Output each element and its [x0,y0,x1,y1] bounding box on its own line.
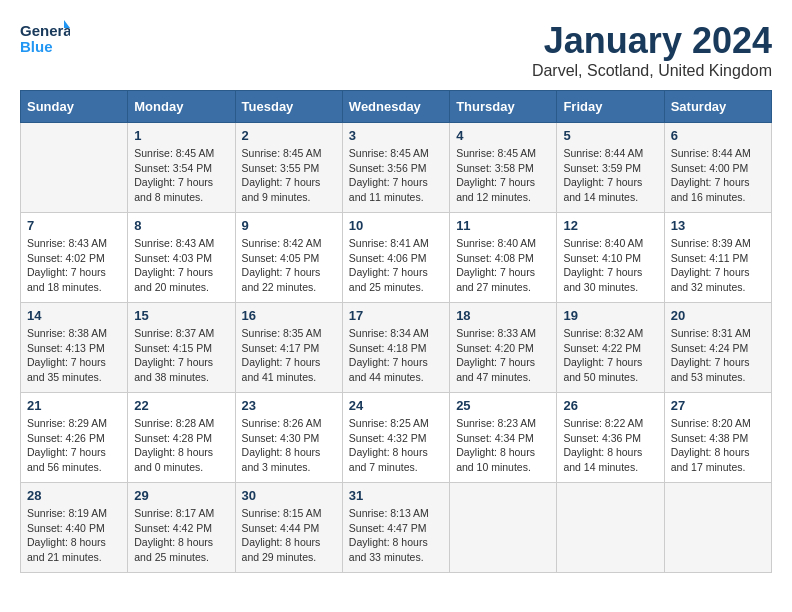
day-info: Sunrise: 8:37 AMSunset: 4:15 PMDaylight:… [134,326,228,385]
calendar-cell: 11Sunrise: 8:40 AMSunset: 4:08 PMDayligh… [450,213,557,303]
day-number: 16 [242,308,336,323]
day-info: Sunrise: 8:25 AMSunset: 4:32 PMDaylight:… [349,416,443,475]
location-title: Darvel, Scotland, United Kingdom [532,62,772,80]
header-day-friday: Friday [557,91,664,123]
calendar-cell: 10Sunrise: 8:41 AMSunset: 4:06 PMDayligh… [342,213,449,303]
header-day-thursday: Thursday [450,91,557,123]
day-number: 21 [27,398,121,413]
day-number: 31 [349,488,443,503]
title-area: January 2024 Darvel, Scotland, United Ki… [532,20,772,80]
calendar-table: SundayMondayTuesdayWednesdayThursdayFrid… [20,90,772,573]
day-number: 3 [349,128,443,143]
day-number: 15 [134,308,228,323]
calendar-cell: 1Sunrise: 8:45 AMSunset: 3:54 PMDaylight… [128,123,235,213]
month-title: January 2024 [532,20,772,62]
day-info: Sunrise: 8:38 AMSunset: 4:13 PMDaylight:… [27,326,121,385]
day-info: Sunrise: 8:17 AMSunset: 4:42 PMDaylight:… [134,506,228,565]
calendar-cell: 21Sunrise: 8:29 AMSunset: 4:26 PMDayligh… [21,393,128,483]
day-number: 17 [349,308,443,323]
day-info: Sunrise: 8:33 AMSunset: 4:20 PMDaylight:… [456,326,550,385]
day-info: Sunrise: 8:32 AMSunset: 4:22 PMDaylight:… [563,326,657,385]
calendar-cell: 13Sunrise: 8:39 AMSunset: 4:11 PMDayligh… [664,213,771,303]
calendar-cell: 17Sunrise: 8:34 AMSunset: 4:18 PMDayligh… [342,303,449,393]
day-info: Sunrise: 8:22 AMSunset: 4:36 PMDaylight:… [563,416,657,475]
day-number: 6 [671,128,765,143]
calendar-week-1: 1Sunrise: 8:45 AMSunset: 3:54 PMDaylight… [21,123,772,213]
calendar-cell: 19Sunrise: 8:32 AMSunset: 4:22 PMDayligh… [557,303,664,393]
header-day-monday: Monday [128,91,235,123]
day-info: Sunrise: 8:26 AMSunset: 4:30 PMDaylight:… [242,416,336,475]
calendar-cell: 18Sunrise: 8:33 AMSunset: 4:20 PMDayligh… [450,303,557,393]
day-info: Sunrise: 8:39 AMSunset: 4:11 PMDaylight:… [671,236,765,295]
svg-text:Blue: Blue [20,38,53,55]
day-info: Sunrise: 8:34 AMSunset: 4:18 PMDaylight:… [349,326,443,385]
day-number: 29 [134,488,228,503]
day-info: Sunrise: 8:20 AMSunset: 4:38 PMDaylight:… [671,416,765,475]
calendar-cell: 7Sunrise: 8:43 AMSunset: 4:02 PMDaylight… [21,213,128,303]
day-info: Sunrise: 8:19 AMSunset: 4:40 PMDaylight:… [27,506,121,565]
day-number: 26 [563,398,657,413]
calendar-cell: 22Sunrise: 8:28 AMSunset: 4:28 PMDayligh… [128,393,235,483]
calendar-cell: 5Sunrise: 8:44 AMSunset: 3:59 PMDaylight… [557,123,664,213]
header-day-sunday: Sunday [21,91,128,123]
calendar-week-3: 14Sunrise: 8:38 AMSunset: 4:13 PMDayligh… [21,303,772,393]
day-number: 2 [242,128,336,143]
day-number: 1 [134,128,228,143]
day-info: Sunrise: 8:41 AMSunset: 4:06 PMDaylight:… [349,236,443,295]
day-number: 18 [456,308,550,323]
day-number: 12 [563,218,657,233]
calendar-cell: 9Sunrise: 8:42 AMSunset: 4:05 PMDaylight… [235,213,342,303]
calendar-cell: 16Sunrise: 8:35 AMSunset: 4:17 PMDayligh… [235,303,342,393]
calendar-cell: 26Sunrise: 8:22 AMSunset: 4:36 PMDayligh… [557,393,664,483]
calendar-cell: 30Sunrise: 8:15 AMSunset: 4:44 PMDayligh… [235,483,342,573]
day-info: Sunrise: 8:45 AMSunset: 3:56 PMDaylight:… [349,146,443,205]
header-day-tuesday: Tuesday [235,91,342,123]
day-info: Sunrise: 8:43 AMSunset: 4:02 PMDaylight:… [27,236,121,295]
calendar-cell: 12Sunrise: 8:40 AMSunset: 4:10 PMDayligh… [557,213,664,303]
day-info: Sunrise: 8:40 AMSunset: 4:08 PMDaylight:… [456,236,550,295]
day-number: 22 [134,398,228,413]
day-info: Sunrise: 8:43 AMSunset: 4:03 PMDaylight:… [134,236,228,295]
day-number: 14 [27,308,121,323]
calendar-cell: 31Sunrise: 8:13 AMSunset: 4:47 PMDayligh… [342,483,449,573]
day-info: Sunrise: 8:40 AMSunset: 4:10 PMDaylight:… [563,236,657,295]
calendar-cell: 20Sunrise: 8:31 AMSunset: 4:24 PMDayligh… [664,303,771,393]
calendar-week-4: 21Sunrise: 8:29 AMSunset: 4:26 PMDayligh… [21,393,772,483]
calendar-cell: 27Sunrise: 8:20 AMSunset: 4:38 PMDayligh… [664,393,771,483]
day-number: 28 [27,488,121,503]
calendar-cell: 3Sunrise: 8:45 AMSunset: 3:56 PMDaylight… [342,123,449,213]
calendar-week-5: 28Sunrise: 8:19 AMSunset: 4:40 PMDayligh… [21,483,772,573]
calendar-cell: 15Sunrise: 8:37 AMSunset: 4:15 PMDayligh… [128,303,235,393]
calendar-cell: 4Sunrise: 8:45 AMSunset: 3:58 PMDaylight… [450,123,557,213]
day-number: 7 [27,218,121,233]
day-info: Sunrise: 8:44 AMSunset: 3:59 PMDaylight:… [563,146,657,205]
day-info: Sunrise: 8:29 AMSunset: 4:26 PMDaylight:… [27,416,121,475]
day-info: Sunrise: 8:45 AMSunset: 3:58 PMDaylight:… [456,146,550,205]
calendar-cell: 28Sunrise: 8:19 AMSunset: 4:40 PMDayligh… [21,483,128,573]
header: GeneralBlue January 2024 Darvel, Scotlan… [20,20,772,80]
day-number: 4 [456,128,550,143]
logo: GeneralBlue [20,20,70,56]
day-number: 11 [456,218,550,233]
day-info: Sunrise: 8:31 AMSunset: 4:24 PMDaylight:… [671,326,765,385]
day-info: Sunrise: 8:35 AMSunset: 4:17 PMDaylight:… [242,326,336,385]
calendar-cell: 14Sunrise: 8:38 AMSunset: 4:13 PMDayligh… [21,303,128,393]
calendar-cell: 23Sunrise: 8:26 AMSunset: 4:30 PMDayligh… [235,393,342,483]
day-number: 27 [671,398,765,413]
calendar-cell: 24Sunrise: 8:25 AMSunset: 4:32 PMDayligh… [342,393,449,483]
calendar-header-row: SundayMondayTuesdayWednesdayThursdayFrid… [21,91,772,123]
header-day-saturday: Saturday [664,91,771,123]
calendar-cell [450,483,557,573]
logo-svg: GeneralBlue [20,20,70,56]
calendar-cell: 2Sunrise: 8:45 AMSunset: 3:55 PMDaylight… [235,123,342,213]
day-number: 10 [349,218,443,233]
calendar-cell: 25Sunrise: 8:23 AMSunset: 4:34 PMDayligh… [450,393,557,483]
day-info: Sunrise: 8:42 AMSunset: 4:05 PMDaylight:… [242,236,336,295]
day-number: 8 [134,218,228,233]
calendar-cell: 29Sunrise: 8:17 AMSunset: 4:42 PMDayligh… [128,483,235,573]
day-number: 13 [671,218,765,233]
day-info: Sunrise: 8:13 AMSunset: 4:47 PMDaylight:… [349,506,443,565]
day-number: 25 [456,398,550,413]
day-number: 5 [563,128,657,143]
day-number: 20 [671,308,765,323]
